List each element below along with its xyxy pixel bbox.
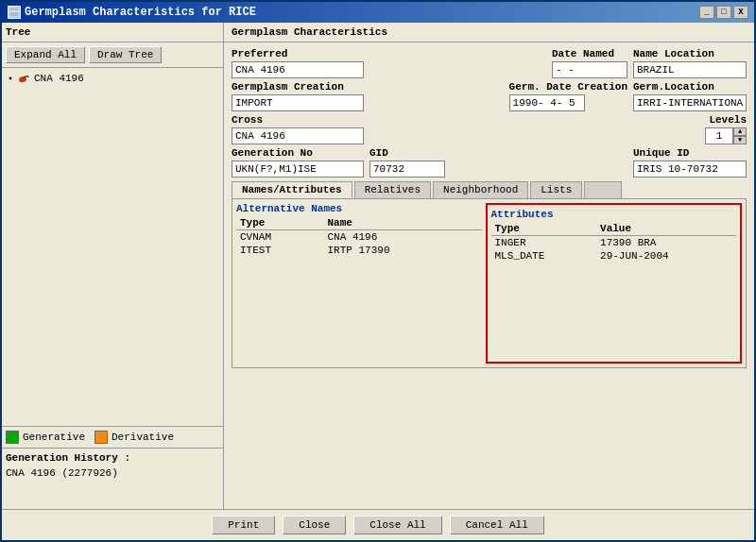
minimize-button[interactable]: _ (699, 6, 714, 19)
main-window: Germplasm Characteristics for RICE _ □ X… (0, 0, 756, 542)
table-row: ITEST IRTP 17390 (236, 244, 482, 257)
names-row0-type: CVNAM (236, 230, 324, 245)
left-toolbar: Expand All Draw Tree (2, 42, 223, 68)
generative-label: Generative (23, 432, 85, 443)
names-row1-type: ITEST (236, 244, 324, 257)
names-title: Alternative Names (236, 203, 482, 214)
germ-date-label: Germ. Date Creation (509, 81, 627, 93)
field-cross: Cross document.currentScript.previousEle… (232, 114, 364, 144)
names-row1-name: IRTP 17390 (324, 244, 482, 257)
field-germ-location: Germ.Location document.currentScript.pre… (633, 81, 747, 111)
preferred-input[interactable] (232, 61, 364, 78)
expand-all-button[interactable]: Expand All (6, 46, 85, 63)
spin-buttons: ▲ ▼ (733, 127, 747, 144)
attr-row1-value: 29-JUN-2004 (596, 249, 736, 263)
table-row: MLS_DATE 29-JUN-2004 (491, 249, 737, 263)
field-levels: Levels document.currentScript.previousEl… (705, 114, 747, 144)
preferred-label: Preferred (232, 48, 364, 59)
levels-label: Levels (709, 114, 747, 126)
germ-creation-label: Germplasm Creation (232, 81, 364, 93)
table-row: CVNAM CNA 4196 (236, 230, 482, 245)
tree-item-label: CNA 4196 (34, 73, 84, 84)
top-form: Preferred document.currentScript.previou… (224, 42, 754, 178)
main-content: Tree Expand All Draw Tree ▪ CNA 4196 (2, 23, 754, 509)
cross-label: Cross (232, 114, 364, 126)
attributes-panel: Attributes Type Value INGER (486, 203, 743, 364)
names-col-name: Name (324, 216, 482, 230)
maximize-button[interactable]: □ (716, 6, 731, 19)
derivative-color-box (94, 431, 108, 444)
generation-no-input[interactable] (232, 161, 364, 178)
names-panel: Alternative Names Type Name CVNAM (236, 203, 482, 364)
spin-up-button[interactable]: ▲ (733, 127, 747, 136)
generative-color-box (6, 431, 19, 444)
cancel-all-button[interactable]: Cancel All (450, 516, 544, 534)
row-preferred: Preferred document.currentScript.previou… (232, 48, 747, 78)
levels-spinbox: document.currentScript.previousElementSi… (705, 127, 747, 144)
legend-area: Generative Derivative (2, 426, 223, 448)
svg-rect-0 (9, 8, 19, 17)
attributes-title: Attributes (491, 209, 737, 220)
germ-location-input[interactable] (633, 94, 747, 111)
row-generation: Generation No document.currentScript.pre… (232, 147, 747, 178)
window-title: Germplasm Characteristics for RICE (25, 6, 256, 19)
tab-names-attributes[interactable]: Names/Attributes (232, 181, 352, 198)
field-gid: GID document.currentScript.previousEleme… (369, 147, 445, 178)
spin-down-button[interactable]: ▼ (733, 136, 747, 144)
attr-row0-type: INGER (491, 236, 597, 250)
tree-item[interactable]: ▪ CNA 4196 (6, 72, 219, 85)
field-date-named: Date Named document.currentScript.previo… (552, 48, 627, 78)
name-location-label: Name Location (633, 48, 747, 59)
tab-lists[interactable]: Lists (530, 181, 582, 198)
germ-date-input[interactable] (509, 94, 585, 111)
date-named-input[interactable] (552, 61, 627, 78)
generation-history: Generation History : CNA 4196 (2277926) (2, 448, 223, 509)
tabs-container: Names/Attributes Relatives Neighborhood … (232, 181, 747, 368)
germ-creation-input[interactable] (232, 94, 364, 111)
tab-relatives[interactable]: Relatives (354, 181, 431, 198)
field-preferred: Preferred document.currentScript.previou… (232, 48, 364, 78)
gen-history-content: CNA 4196 (2277926) (6, 467, 219, 505)
tab-neighborhood[interactable]: Neighborhood (433, 181, 528, 198)
levels-input[interactable] (705, 127, 733, 144)
legend-derivative: Derivative (94, 431, 174, 444)
field-germ-date: Germ. Date Creation document.currentScri… (509, 81, 627, 111)
attributes-table: Type Value INGER 17390 BRA MLS (491, 222, 737, 263)
title-bar: Germplasm Characteristics for RICE _ □ X (2, 2, 754, 23)
print-button[interactable]: Print (212, 516, 275, 534)
date-named-label: Date Named (552, 48, 627, 59)
names-col-type: Type (236, 216, 324, 230)
close-all-button[interactable]: Close All (353, 516, 441, 534)
window-icon (8, 6, 21, 19)
names-table: Type Name CVNAM CNA 4196 ITEST (236, 216, 482, 257)
field-generation-no: Generation No document.currentScript.pre… (232, 147, 364, 178)
close-button-footer[interactable]: Close (283, 516, 346, 534)
field-germ-creation: Germplasm Creation document.currentScrip… (232, 81, 364, 111)
tabs-header: Names/Attributes Relatives Neighborhood … (232, 181, 747, 198)
names-row0-name: CNA 4196 (324, 230, 482, 245)
name-location-input[interactable] (633, 61, 747, 78)
attr-col-type: Type (491, 222, 597, 236)
row-cross: Cross document.currentScript.previousEle… (232, 114, 747, 144)
right-panel-header: Germplasm Characteristics (224, 23, 754, 42)
right-panel: Germplasm Characteristics Preferred docu… (224, 23, 754, 509)
unique-id-input[interactable] (633, 161, 747, 178)
left-panel: Tree Expand All Draw Tree ▪ CNA 4196 (2, 23, 224, 509)
tab-extra[interactable] (584, 181, 622, 198)
cross-input[interactable] (232, 127, 364, 144)
attr-row1-type: MLS_DATE (491, 249, 597, 263)
legend-generative: Generative (6, 431, 85, 444)
close-button[interactable]: X (733, 6, 748, 19)
gid-label: GID (369, 147, 445, 159)
gid-input[interactable] (369, 161, 445, 178)
attr-col-value: Value (596, 222, 736, 236)
field-name-location: Name Location document.currentScript.pre… (633, 48, 747, 78)
row-germ-creation: Germplasm Creation document.currentScrip… (232, 81, 747, 111)
draw-tree-button[interactable]: Draw Tree (89, 46, 162, 63)
generation-no-label: Generation No (232, 147, 364, 159)
derivative-label: Derivative (112, 432, 174, 443)
field-unique-id: Unique ID document.currentScript.previou… (633, 147, 747, 178)
attr-row0-value: 17390 BRA (596, 236, 736, 250)
tab-content: Alternative Names Type Name CVNAM (232, 198, 747, 368)
table-row: INGER 17390 BRA (491, 236, 737, 250)
